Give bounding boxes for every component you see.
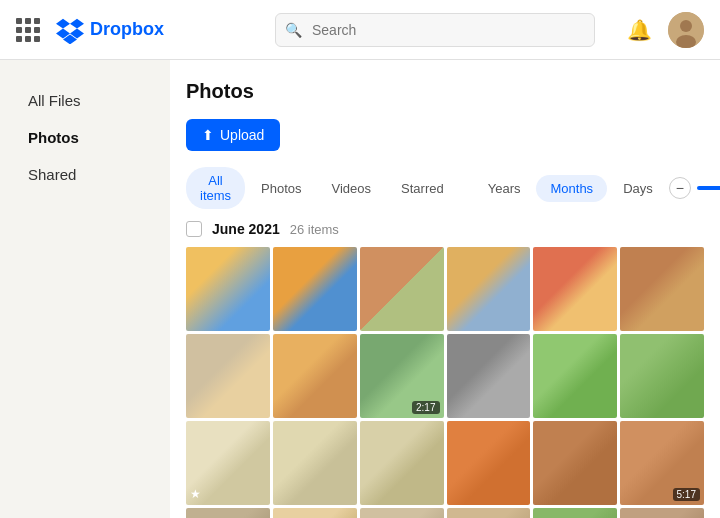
photo-cell[interactable] bbox=[186, 247, 270, 331]
tab-starred[interactable]: Starred bbox=[387, 175, 458, 202]
dropbox-logo[interactable]: Dropbox bbox=[56, 16, 164, 44]
photo-cell[interactable] bbox=[186, 508, 270, 518]
photo-cell[interactable]: 5:17 bbox=[620, 421, 704, 505]
photo-cell[interactable] bbox=[360, 508, 444, 518]
photo-cell[interactable] bbox=[273, 421, 357, 505]
sidebar-item-all-files[interactable]: All Files bbox=[16, 84, 154, 117]
photo-cell[interactable] bbox=[186, 334, 270, 418]
search-bar: 🔍 bbox=[275, 13, 595, 47]
star-badge: ★ bbox=[190, 487, 201, 501]
search-input[interactable] bbox=[275, 13, 595, 47]
photo-cell[interactable] bbox=[360, 421, 444, 505]
upload-button[interactable]: ⬆ Upload bbox=[186, 119, 280, 151]
upload-icon: ⬆ bbox=[202, 127, 214, 143]
photo-cell[interactable] bbox=[533, 334, 617, 418]
photo-cell[interactable] bbox=[620, 334, 704, 418]
photo-cell[interactable] bbox=[533, 508, 617, 518]
user-avatar[interactable] bbox=[668, 12, 704, 48]
zoom-control: − + bbox=[669, 177, 720, 199]
sidebar: All Files Photos Shared bbox=[0, 60, 170, 518]
photo-cell[interactable]: ★ bbox=[186, 421, 270, 505]
photo-cell[interactable] bbox=[273, 334, 357, 418]
photo-cell[interactable] bbox=[273, 247, 357, 331]
section-checkbox[interactable] bbox=[186, 221, 202, 237]
content-area: Photos ⬆ Upload All items Photos Videos … bbox=[170, 60, 720, 518]
section-header: June 2021 26 items bbox=[186, 221, 704, 237]
section-count: 26 items bbox=[290, 222, 339, 237]
sidebar-item-shared[interactable]: Shared bbox=[16, 158, 154, 191]
photo-cell[interactable] bbox=[620, 508, 704, 518]
app-header: Dropbox 🔍 🔔 bbox=[0, 0, 720, 60]
filter-tabs: All items Photos Videos Starred Years Mo… bbox=[186, 167, 704, 209]
photo-cell[interactable] bbox=[620, 247, 704, 331]
photo-cell[interactable] bbox=[447, 508, 531, 518]
tab-months[interactable]: Months bbox=[536, 175, 607, 202]
page-title: Photos bbox=[186, 80, 704, 103]
svg-point-1 bbox=[680, 20, 692, 32]
video-duration-badge: 2:17 bbox=[412, 401, 439, 414]
tab-videos[interactable]: Videos bbox=[318, 175, 386, 202]
photo-cell[interactable] bbox=[533, 421, 617, 505]
notification-bell-icon[interactable]: 🔔 bbox=[627, 18, 652, 42]
sidebar-item-photos[interactable]: Photos bbox=[16, 121, 154, 154]
tab-all-items[interactable]: All items bbox=[186, 167, 245, 209]
main-layout: All Files Photos Shared Photos ⬆ Upload … bbox=[0, 60, 720, 518]
photo-cell[interactable]: 2:17 bbox=[360, 334, 444, 418]
header-actions: 🔔 bbox=[627, 12, 704, 48]
tab-photos[interactable]: Photos bbox=[247, 175, 315, 202]
logo-text: Dropbox bbox=[90, 19, 164, 40]
photo-cell[interactable] bbox=[447, 334, 531, 418]
toolbar: ⬆ Upload bbox=[186, 119, 704, 151]
search-icon: 🔍 bbox=[285, 22, 302, 38]
video-duration-badge: 5:17 bbox=[673, 488, 700, 501]
zoom-slider[interactable] bbox=[697, 186, 720, 190]
photo-cell[interactable] bbox=[447, 247, 531, 331]
zoom-out-button[interactable]: − bbox=[669, 177, 691, 199]
photo-grid: 2:17★5:17 bbox=[186, 247, 704, 518]
apps-menu-icon[interactable] bbox=[16, 18, 40, 42]
section-date-label: June 2021 bbox=[212, 221, 280, 237]
photo-cell[interactable] bbox=[447, 421, 531, 505]
photo-cell[interactable] bbox=[533, 247, 617, 331]
photo-cell[interactable] bbox=[273, 508, 357, 518]
tab-years[interactable]: Years bbox=[474, 175, 535, 202]
tab-days[interactable]: Days bbox=[609, 175, 667, 202]
photo-cell[interactable] bbox=[360, 247, 444, 331]
